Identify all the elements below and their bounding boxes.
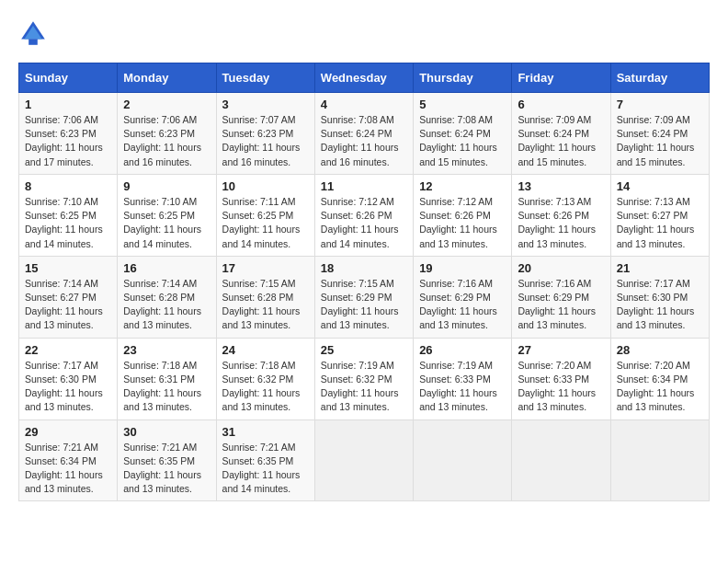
day-detail: Sunrise: 7:15 AMSunset: 6:28 PMDaylight:… [222, 277, 309, 333]
calendar-cell: 15Sunrise: 7:14 AMSunset: 6:27 PMDayligh… [19, 256, 118, 338]
calendar-cell: 20Sunrise: 7:16 AMSunset: 6:29 PMDayligh… [512, 256, 610, 338]
day-number: 10 [222, 179, 309, 193]
day-number: 5 [419, 98, 506, 111]
day-number: 24 [222, 343, 309, 357]
calendar-cell: 5Sunrise: 7:08 AMSunset: 6:24 PMDaylight… [414, 93, 512, 175]
calendar-header: SundayMondayTuesdayWednesdayThursdayFrid… [19, 63, 710, 93]
day-detail: Sunrise: 7:09 AMSunset: 6:24 PMDaylight:… [518, 113, 604, 169]
day-number: 31 [222, 425, 309, 439]
day-number: 8 [25, 179, 111, 193]
calendar-cell: 8Sunrise: 7:10 AMSunset: 6:25 PMDaylight… [19, 174, 118, 256]
calendar-cell: 26Sunrise: 7:19 AMSunset: 6:33 PMDayligh… [414, 338, 512, 419]
day-detail: Sunrise: 7:10 AMSunset: 6:25 PMDaylight:… [25, 195, 111, 251]
day-number: 26 [419, 343, 506, 357]
day-number: 14 [617, 179, 703, 193]
header-day-friday: Friday [512, 63, 610, 93]
calendar-week-5: 29Sunrise: 7:21 AMSunset: 6:34 PMDayligh… [19, 419, 710, 501]
calendar-cell: 27Sunrise: 7:20 AMSunset: 6:33 PMDayligh… [512, 338, 610, 419]
day-detail: Sunrise: 7:14 AMSunset: 6:27 PMDaylight:… [25, 277, 111, 333]
calendar-cell: 14Sunrise: 7:13 AMSunset: 6:27 PMDayligh… [610, 174, 709, 256]
day-number: 30 [123, 425, 210, 439]
day-detail: Sunrise: 7:09 AMSunset: 6:24 PMDaylight:… [617, 113, 703, 169]
calendar-cell: 12Sunrise: 7:12 AMSunset: 6:26 PMDayligh… [414, 174, 512, 256]
day-number: 2 [123, 98, 210, 111]
day-detail: Sunrise: 7:20 AMSunset: 6:34 PMDaylight:… [617, 359, 703, 415]
header-day-tuesday: Tuesday [216, 63, 314, 93]
calendar-week-1: 1Sunrise: 7:06 AMSunset: 6:23 PMDaylight… [19, 93, 710, 175]
day-detail: Sunrise: 7:18 AMSunset: 6:32 PMDaylight:… [222, 359, 309, 415]
day-number: 6 [518, 98, 604, 111]
calendar-cell: 9Sunrise: 7:10 AMSunset: 6:25 PMDaylight… [118, 174, 216, 256]
page-header [18, 18, 710, 48]
day-detail: Sunrise: 7:21 AMSunset: 6:34 PMDaylight:… [25, 441, 111, 497]
day-number: 3 [222, 98, 309, 111]
day-detail: Sunrise: 7:17 AMSunset: 6:30 PMDaylight:… [617, 277, 703, 333]
day-number: 9 [123, 179, 210, 193]
day-number: 29 [25, 425, 111, 439]
day-number: 23 [123, 343, 210, 357]
day-detail: Sunrise: 7:16 AMSunset: 6:29 PMDaylight:… [518, 277, 604, 333]
calendar-cell: 29Sunrise: 7:21 AMSunset: 6:34 PMDayligh… [19, 419, 118, 501]
calendar-cell: 23Sunrise: 7:18 AMSunset: 6:31 PMDayligh… [118, 338, 216, 419]
calendar-cell: 31Sunrise: 7:21 AMSunset: 6:35 PMDayligh… [216, 419, 314, 501]
calendar-cell: 1Sunrise: 7:06 AMSunset: 6:23 PMDaylight… [19, 93, 118, 175]
day-detail: Sunrise: 7:13 AMSunset: 6:26 PMDaylight:… [518, 195, 604, 251]
day-detail: Sunrise: 7:19 AMSunset: 6:32 PMDaylight:… [321, 359, 407, 415]
calendar-cell: 19Sunrise: 7:16 AMSunset: 6:29 PMDayligh… [414, 256, 512, 338]
day-detail: Sunrise: 7:14 AMSunset: 6:28 PMDaylight:… [123, 277, 210, 333]
calendar-week-2: 8Sunrise: 7:10 AMSunset: 6:25 PMDaylight… [19, 174, 710, 256]
day-number: 4 [321, 98, 407, 111]
logo [18, 18, 51, 48]
header-day-saturday: Saturday [610, 63, 709, 93]
calendar-cell: 18Sunrise: 7:15 AMSunset: 6:29 PMDayligh… [314, 256, 413, 338]
calendar-week-4: 22Sunrise: 7:17 AMSunset: 6:30 PMDayligh… [19, 338, 710, 419]
header-day-wednesday: Wednesday [314, 63, 413, 93]
calendar-cell [414, 419, 512, 501]
day-detail: Sunrise: 7:16 AMSunset: 6:29 PMDaylight:… [419, 277, 506, 333]
day-number: 20 [518, 261, 604, 275]
day-detail: Sunrise: 7:11 AMSunset: 6:25 PMDaylight:… [222, 195, 309, 251]
day-detail: Sunrise: 7:21 AMSunset: 6:35 PMDaylight:… [222, 441, 309, 497]
logo-icon [18, 18, 48, 48]
calendar-cell: 13Sunrise: 7:13 AMSunset: 6:26 PMDayligh… [512, 174, 610, 256]
day-detail: Sunrise: 7:12 AMSunset: 6:26 PMDaylight:… [321, 195, 407, 251]
calendar-cell: 3Sunrise: 7:07 AMSunset: 6:23 PMDaylight… [216, 93, 314, 175]
day-number: 21 [617, 261, 703, 275]
day-detail: Sunrise: 7:10 AMSunset: 6:25 PMDaylight:… [123, 195, 210, 251]
day-number: 19 [419, 261, 506, 275]
calendar-cell: 25Sunrise: 7:19 AMSunset: 6:32 PMDayligh… [314, 338, 413, 419]
calendar-cell: 11Sunrise: 7:12 AMSunset: 6:26 PMDayligh… [314, 174, 413, 256]
header-day-thursday: Thursday [414, 63, 512, 93]
calendar-cell [314, 419, 413, 501]
svg-rect-2 [28, 39, 38, 44]
calendar-table: SundayMondayTuesdayWednesdayThursdayFrid… [18, 63, 710, 501]
calendar-cell: 6Sunrise: 7:09 AMSunset: 6:24 PMDaylight… [512, 93, 610, 175]
header-day-sunday: Sunday [19, 63, 118, 93]
day-detail: Sunrise: 7:06 AMSunset: 6:23 PMDaylight:… [123, 113, 210, 169]
day-detail: Sunrise: 7:19 AMSunset: 6:33 PMDaylight:… [419, 359, 506, 415]
calendar-cell: 21Sunrise: 7:17 AMSunset: 6:30 PMDayligh… [610, 256, 709, 338]
day-detail: Sunrise: 7:15 AMSunset: 6:29 PMDaylight:… [321, 277, 407, 333]
day-number: 25 [321, 343, 407, 357]
calendar-cell: 16Sunrise: 7:14 AMSunset: 6:28 PMDayligh… [118, 256, 216, 338]
day-detail: Sunrise: 7:21 AMSunset: 6:35 PMDaylight:… [123, 441, 210, 497]
calendar-cell: 22Sunrise: 7:17 AMSunset: 6:30 PMDayligh… [19, 338, 118, 419]
day-number: 12 [419, 179, 506, 193]
calendar-cell [512, 419, 610, 501]
calendar-body: 1Sunrise: 7:06 AMSunset: 6:23 PMDaylight… [19, 93, 710, 501]
day-number: 7 [617, 98, 703, 111]
calendar-cell: 2Sunrise: 7:06 AMSunset: 6:23 PMDaylight… [118, 93, 216, 175]
day-number: 22 [25, 343, 111, 357]
day-number: 18 [321, 261, 407, 275]
calendar-cell [610, 419, 709, 501]
day-detail: Sunrise: 7:20 AMSunset: 6:33 PMDaylight:… [518, 359, 604, 415]
day-detail: Sunrise: 7:18 AMSunset: 6:31 PMDaylight:… [123, 359, 210, 415]
header-row: SundayMondayTuesdayWednesdayThursdayFrid… [19, 63, 710, 93]
header-day-monday: Monday [118, 63, 216, 93]
day-detail: Sunrise: 7:12 AMSunset: 6:26 PMDaylight:… [419, 195, 506, 251]
day-detail: Sunrise: 7:08 AMSunset: 6:24 PMDaylight:… [419, 113, 506, 169]
day-number: 17 [222, 261, 309, 275]
day-detail: Sunrise: 7:08 AMSunset: 6:24 PMDaylight:… [321, 113, 407, 169]
day-detail: Sunrise: 7:17 AMSunset: 6:30 PMDaylight:… [25, 359, 111, 415]
day-detail: Sunrise: 7:13 AMSunset: 6:27 PMDaylight:… [617, 195, 703, 251]
